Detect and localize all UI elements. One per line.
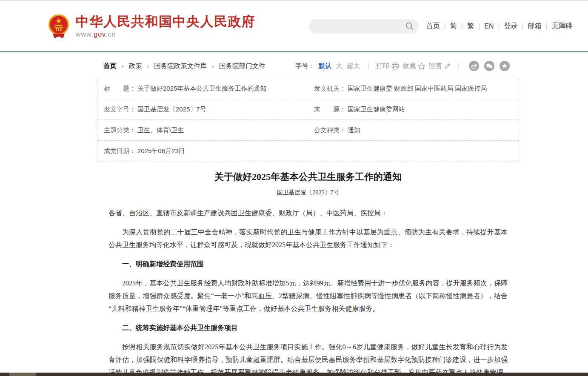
- document-title: 关于做好2025年基本公共卫生服务工作的通知: [108, 171, 508, 183]
- nav-home[interactable]: 首页: [426, 22, 440, 31]
- weibo-icon[interactable]: [469, 61, 479, 71]
- nav-traditional[interactable]: 繁: [457, 22, 474, 31]
- pencil-icon: [444, 63, 451, 69]
- font-size-large[interactable]: 大: [336, 62, 343, 71]
- document-article: 关于做好2025年基本公共卫生服务工作的通知 国卫基层发〔2025〕7号 各省、…: [97, 171, 519, 376]
- meta-doc-number-cell: 发文字号：国卫基层发〔2025〕7号: [97, 105, 308, 114]
- search-input[interactable]: [314, 23, 405, 30]
- meta-row-title-agency: 标 题：关于做好2025年基本公共卫生服务工作的通知 发文机关：国家卫生健康委 …: [97, 78, 519, 99]
- site-title: 中华人民共和国中央人民政府: [76, 14, 256, 29]
- meta-date-cell: 成文日期：2025年06月23日: [97, 147, 308, 155]
- toolbar-separator: |: [368, 62, 369, 70]
- toolbar-separator: |: [458, 62, 460, 70]
- printer-icon: [391, 63, 399, 70]
- document-meta-table: 标 题：关于做好2025年基本公共卫生服务工作的通知 发文机关：国家卫生健康委 …: [97, 78, 519, 162]
- section-heading-1: 一、明确新增经费使用范围: [108, 258, 508, 271]
- site-url: www.gov.cn: [76, 31, 256, 38]
- intro-paragraph: 为深入贯彻党的二十届三中全会精神，落实新时代党的卫生与健康工作方针中以基层为重点…: [108, 226, 508, 251]
- top-nav: 首页 简 繁 EN 登录 邮箱 无障碍: [426, 22, 572, 31]
- horizontal-scrollbar[interactable]: [0, 373, 588, 376]
- meta-row-date: 成文日期：2025年06月23日: [97, 141, 519, 162]
- qzone-icon[interactable]: [500, 61, 510, 71]
- meta-row-number-source: 发文字号：国卫基层发〔2025〕7号 来 源：国家卫生健康委网站: [97, 99, 519, 120]
- print-button[interactable]: 打印: [376, 62, 399, 71]
- breadcrumb: 首页 政策 国务院政策文件库 国务院部门文件: [103, 62, 265, 71]
- breadcrumb-policy-library[interactable]: 国务院政策文件库: [154, 62, 219, 71]
- national-emblem-icon: [48, 14, 69, 39]
- font-size-label: 字号：: [295, 62, 315, 71]
- breadcrumb-policy[interactable]: 政策: [129, 62, 154, 71]
- nav-english[interactable]: EN: [474, 23, 494, 30]
- section-2-paragraph: 按照相关服务规范切实做好2025年基本公共卫生服务项目实施工作。强化0～6岁儿童…: [108, 341, 508, 376]
- meta-row-category-type: 主题分类：卫生、体育\卫生 公文种类：通知: [97, 120, 519, 141]
- nav-accessibility[interactable]: 无障碍: [542, 22, 572, 31]
- document-body: 各省、自治区、直辖市及新疆生产建设兵团卫生健康委、财政厅（局）、中医药局、疾控局…: [108, 207, 508, 376]
- site-header: 中华人民共和国中央人民政府 www.gov.cn 首页 简 繁 EN 登录 邮箱…: [0, 1, 588, 52]
- section-heading-2: 二、统筹实施好基本公共卫生服务项目: [108, 322, 508, 334]
- nav-simplified[interactable]: 简: [440, 22, 457, 31]
- breadcrumb-home[interactable]: 首页: [103, 62, 129, 71]
- search-icon[interactable]: [405, 22, 414, 30]
- search-box[interactable]: [309, 19, 419, 34]
- breadcrumb-dept-documents[interactable]: 国务院部门文件: [219, 62, 265, 71]
- favorite-button[interactable]: 收藏: [402, 62, 425, 71]
- font-size-default[interactable]: 默认: [318, 62, 331, 71]
- document-number: 国卫基层发〔2025〕7号: [108, 189, 508, 197]
- salutation-paragraph: 各省、自治区、直辖市及新疆生产建设兵团卫生健康委、财政厅（局）、中医药局、疾控局…: [108, 207, 508, 219]
- star-icon: [418, 63, 425, 70]
- wechat-icon[interactable]: [484, 61, 494, 71]
- meta-source-cell: 来 源：国家卫生健康委网站: [308, 105, 519, 114]
- section-1-paragraph: 2025年，基本公共卫生服务经费人均财政补助标准增加5元，达到99元。新增经费用…: [108, 277, 508, 315]
- site-brand[interactable]: 中华人民共和国中央人民政府 www.gov.cn: [48, 14, 256, 39]
- meta-title-cell: 标 题：关于做好2025年基本公共卫生服务工作的通知: [97, 85, 308, 93]
- meta-doc-type-cell: 公文种类：通知: [308, 126, 519, 134]
- meta-agency-cell: 发文机关：国家卫生健康委 财政部 国家中医药局 国家疾控局: [308, 85, 519, 93]
- horizontal-scrollbar-thumb[interactable]: [9, 373, 36, 376]
- share-buttons: [469, 61, 510, 71]
- nav-login[interactable]: 登录: [494, 22, 518, 31]
- font-size-xlarge[interactable]: 超大: [347, 62, 360, 71]
- main-content: 首页 政策 国务院政策文件库 国务院部门文件 字号： 默认 大 超大 | 打印 …: [97, 61, 519, 376]
- meta-category-cell: 主题分类：卫生、体育\卫生: [97, 126, 308, 134]
- comment-button[interactable]: 留言: [429, 62, 451, 71]
- page-toolbar: 字号： 默认 大 超大 | 打印 收藏 留言: [295, 61, 510, 71]
- nav-mailbox[interactable]: 邮箱: [518, 22, 542, 31]
